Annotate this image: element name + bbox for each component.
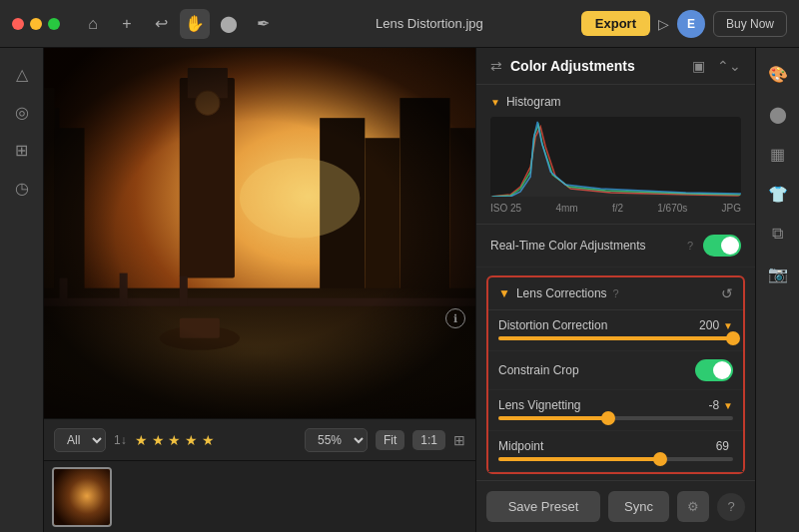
vignetting-fill [498,416,608,420]
realtime-toggle[interactable] [703,235,741,257]
lens-header: ▼ Lens Corrections ? ↺ [488,277,743,310]
far-right-sidebar: 🎨 ⬤ ▦ 👕 ⧉ 📷 [755,48,799,532]
right-panel: ⇄ Color Adjustments ▣ ⌃⌄ ▼ Histogram [475,48,755,532]
panel-content: ▼ Histogram [476,85,755,480]
clock-icon[interactable]: ◷ [6,172,38,204]
lens-help-icon[interactable]: ? [613,287,619,299]
realtime-label: Real-Time Color Adjustments [490,239,683,253]
realtime-help-icon[interactable]: ? [687,240,693,252]
vignetting-row: Lens Vignetting -8 ▼ [488,390,743,431]
triangle-icon: ▼ [490,97,500,108]
camera-icon[interactable]: 📷 [762,258,794,289]
distortion-thumb[interactable] [726,331,740,345]
constrain-label: Constrain Crop [498,363,695,377]
window-controls [12,18,60,30]
grid2-icon[interactable]: ▦ [762,138,794,170]
palette-icon[interactable]: 🎨 [762,58,794,90]
lens-reset-icon[interactable]: ↺ [721,285,733,301]
vignetting-value: -8 [708,398,719,412]
info-badge[interactable]: ℹ [445,308,465,328]
distortion-label: Distortion Correction [498,318,699,332]
triangle-icon[interactable]: △ [6,58,38,90]
distortion-track[interactable] [498,336,733,340]
user-avatar[interactable]: E [677,10,705,38]
distortion-header: Distortion Correction 200 ▼ [498,318,733,332]
image-area: ℹ All 1↓ ★ ★ ★ ★ ★ 55% Fit 1:1 ⊞ [44,48,475,532]
layers-icon[interactable]: ⧉ [762,218,794,250]
add-icon[interactable]: + [112,9,142,39]
eyedropper-icon[interactable]: ✒ [248,9,278,39]
shutter-label: 1/670s [657,203,687,214]
save-preset-button[interactable]: Save Preset [486,491,600,522]
distortion-fill [498,336,733,340]
midpoint-row: Midpoint 69 [488,431,743,472]
document-title: Lens Distortion.jpg [286,16,573,31]
star-rating[interactable]: ★ ★ ★ ★ ★ [135,432,216,448]
distortion-value: 200 [699,318,719,332]
grid-view-icon[interactable]: ⊞ [453,432,465,448]
filter-select[interactable]: All [54,428,106,452]
shirt-icon[interactable]: 👕 [762,178,794,210]
buy-now-button[interactable]: Buy Now [713,11,787,37]
layout-icon[interactable]: ▣ [692,58,705,74]
histogram-section: ▼ Histogram [476,85,755,225]
focal-label: 4mm [555,203,577,214]
tool-icons: ⌂ + ↩ ✋ ⬤ ✒ [78,9,278,39]
main-toolbar: ⌂ + ↩ ✋ ⬤ ✒ Lens Distortion.jpg Export ▷… [0,0,799,48]
midpoint-track[interactable] [498,457,733,461]
settings-button[interactable]: ⚙ [677,491,709,522]
circle-icon[interactable]: ⬤ [762,98,794,130]
help-button[interactable]: ? [717,493,745,521]
ratio-button[interactable]: 1:1 [412,430,445,450]
image-canvas: ℹ [44,48,475,418]
left-sidebar: △ ◎ ⊞ ◷ [0,48,44,532]
panel-header: ⇄ Color Adjustments ▣ ⌃⌄ [476,48,755,85]
midpoint-header: Midpoint 69 [498,439,733,453]
close-button[interactable] [12,18,24,30]
histogram-label: ▼ Histogram [490,95,741,109]
exif-bar: ISO 25 4mm f/2 1/670s JPG [490,203,741,214]
format-label: JPG [722,203,741,214]
sync-button[interactable]: Sync [608,491,669,522]
adjustments-icon: ⇄ [490,58,502,74]
toolbar-right: Export ▷ E Buy Now [581,10,787,38]
chevron-up-down-icon[interactable]: ⌃⌄ [717,58,741,74]
histogram-display [490,117,741,197]
vignetting-dropdown-icon[interactable]: ▼ [723,400,733,411]
thumbnail-item[interactable] [52,467,112,527]
vignetting-thumb[interactable] [601,411,615,425]
constrain-toggle[interactable] [695,359,733,381]
vignetting-header: Lens Vignetting -8 ▼ [498,398,733,412]
fisheye-image [44,48,475,418]
minimize-button[interactable] [30,18,42,30]
circle-dotted-icon[interactable]: ◎ [6,96,38,128]
export-arrow-icon[interactable]: ▷ [658,16,669,32]
brush-icon[interactable]: ⬤ [214,9,244,39]
home-icon[interactable]: ⌂ [78,9,108,39]
panel-title: Color Adjustments [510,58,684,74]
export-button[interactable]: Export [581,11,650,36]
midpoint-thumb[interactable] [653,452,667,466]
midpoint-label: Midpoint [498,439,716,453]
constrain-row: Constrain Crop [488,351,743,390]
maximize-button[interactable] [48,18,60,30]
filmstrip [44,460,475,532]
hand-tool-icon[interactable]: ✋ [180,9,210,39]
zoom-select[interactable]: 55% [305,428,368,452]
vignetting-label: Lens Vignetting [498,398,708,412]
vignetting-track[interactable] [498,416,733,420]
main-content: △ ◎ ⊞ ◷ [0,48,799,532]
aperture-label: f/2 [612,203,623,214]
panel-footer: Save Preset Sync ⚙ ? [476,480,755,532]
count-label: 1↓ [114,433,127,447]
lens-corrections-section: ▼ Lens Corrections ? ↺ Distortion Correc… [486,275,745,474]
iso-label: ISO 25 [490,203,521,214]
midpoint-fill [498,457,660,461]
distortion-row: Distortion Correction 200 ▼ [488,310,743,351]
distortion-dropdown-icon[interactable]: ▼ [723,320,733,331]
undo-icon[interactable]: ↩ [146,9,176,39]
grid-icon[interactable]: ⊞ [6,134,38,166]
realtime-toggle-row: Real-Time Color Adjustments ? [476,225,755,267]
fit-button[interactable]: Fit [376,430,404,450]
image-toolbar: All 1↓ ★ ★ ★ ★ ★ 55% Fit 1:1 ⊞ [44,418,475,460]
